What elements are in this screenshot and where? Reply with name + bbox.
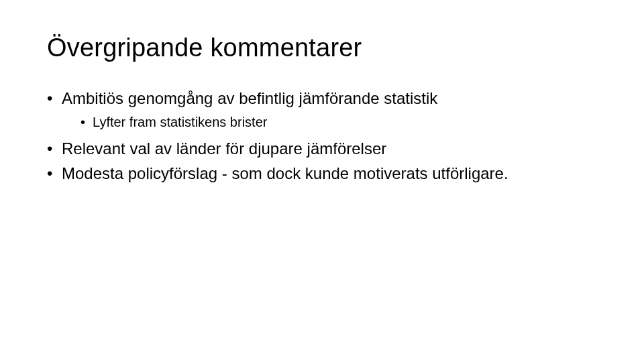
- slide-title: Övergripande kommentarer: [47, 34, 597, 62]
- list-item-text: Modesta policyförslag - som dock kunde m…: [62, 164, 508, 182]
- list-item: Relevant val av länder för djupare jämfö…: [47, 138, 597, 160]
- bullet-list: Ambitiös genomgång av befintlig jämföran…: [47, 88, 597, 184]
- sub-bullet-list: Lyfter fram statistikens brister: [62, 113, 597, 131]
- list-item-text: Ambitiös genomgång av befintlig jämföran…: [62, 89, 437, 107]
- list-item: Lyfter fram statistikens brister: [80, 113, 597, 131]
- slide: Övergripande kommentarer Ambitiös genomg…: [0, 0, 644, 362]
- list-item: Modesta policyförslag - som dock kunde m…: [47, 163, 597, 184]
- list-item: Ambitiös genomgång av befintlig jämföran…: [47, 88, 597, 131]
- list-item-text: Lyfter fram statistikens brister: [93, 115, 267, 129]
- list-item-text: Relevant val av länder för djupare jämfö…: [62, 139, 386, 158]
